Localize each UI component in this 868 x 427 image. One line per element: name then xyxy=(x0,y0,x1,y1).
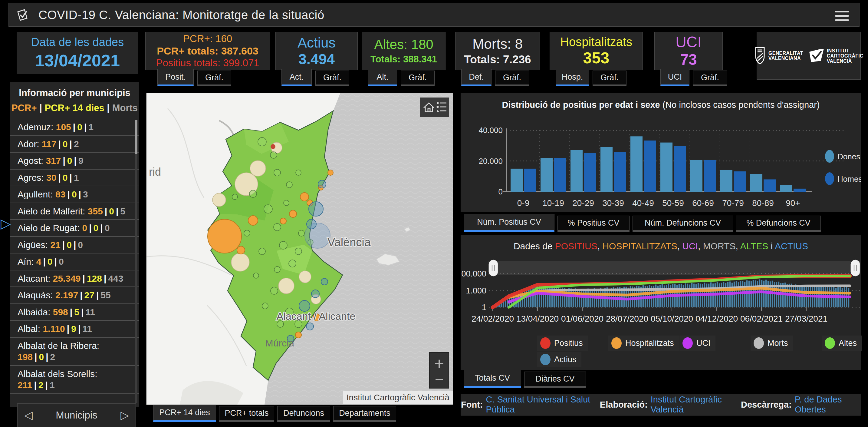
sidebar-title: Informació per municipis xyxy=(10,87,139,98)
scrollbar-thumb[interactable] xyxy=(135,120,137,154)
list-item[interactable]: Ador: 117|0|2 xyxy=(10,136,139,153)
list-item[interactable]: Aielo de Rugat: 0|0|0 xyxy=(10,220,139,237)
tab-morts-graf[interactable]: Gràf. xyxy=(495,70,529,86)
map-tab-pcr14[interactable]: PCR+ 14 dies xyxy=(153,405,216,422)
tab-alt[interactable]: Alt. xyxy=(368,69,397,86)
elaboracio-link[interactable]: Institut Cartogràfic Valencià xyxy=(651,395,738,415)
zoom-out-button[interactable]: − xyxy=(435,371,443,388)
svg-text:30-39: 30-39 xyxy=(602,198,624,208)
dashboard-root: COVID-19 C. Valenciana: Monitoratge de l… xyxy=(0,0,868,427)
svg-text:1.000.000: 1.000.000 xyxy=(461,269,486,278)
morts-total: Totals: 7.236 xyxy=(456,53,539,66)
svg-text:90+: 90+ xyxy=(786,198,800,208)
svg-text:50-59: 50-59 xyxy=(662,198,684,208)
time-slider-handle-right[interactable] xyxy=(851,260,860,276)
list-item[interactable]: Alacant: 25.349|128|443 xyxy=(10,271,139,287)
zoom-in-button[interactable]: + xyxy=(434,354,444,373)
map-home-control[interactable] xyxy=(420,97,449,117)
tab-pct-positius-cv[interactable]: % Positius CV xyxy=(557,216,629,232)
uci-value: 73 xyxy=(655,51,722,68)
legend-uci: UCI xyxy=(679,336,715,351)
tab-act[interactable]: Act. xyxy=(281,69,312,86)
list-item[interactable]: Agres: 30|0|1 xyxy=(10,170,139,187)
list-item[interactable]: Aigües: 21|0|0 xyxy=(10,237,139,254)
map-tab-departaments[interactable]: Departaments xyxy=(333,406,396,422)
map-patch-red xyxy=(271,144,275,149)
sidebar-scrollbar[interactable] xyxy=(135,120,137,403)
actius-dot-icon xyxy=(540,354,551,365)
map-zoom-controls[interactable]: + − xyxy=(430,352,449,388)
tab-hosp-graf[interactable]: Gràf. xyxy=(593,70,626,86)
tab-uci[interactable]: UCI xyxy=(660,69,689,86)
list-item[interactable]: Albalat dels Sorells: 211|2|1 xyxy=(10,366,139,394)
list-item[interactable]: Agullent: 83|0|3 xyxy=(10,186,139,203)
tab-def[interactable]: Def. xyxy=(461,69,492,86)
card-altes: Altes: 180 Totals: 388.341 xyxy=(362,32,445,70)
map-label-murcia: Múrcia xyxy=(265,338,294,348)
panel-expand-icon[interactable]: ▷ xyxy=(1,216,11,231)
card-pcr: PCR+: 160 PCR+ totals: 387.603 Positius … xyxy=(145,32,270,70)
tab-num-defuncions-cv[interactable]: Núm. Defuncions CV xyxy=(632,216,733,232)
map-panel[interactable]: rid València Alacant / Alicante Múrcia +… xyxy=(146,93,453,405)
age-sex-bar-chart: 40.00020.00000-910-1920-2930-3940-4950-5… xyxy=(461,108,861,211)
list-item[interactable]: Aín: 4|0|0 xyxy=(10,254,139,271)
date-value: 13/04/2021 xyxy=(17,51,138,70)
municipality-list: Ademuz: 105|0|1Ador: 117|0|2Agost: 317|0… xyxy=(10,119,139,406)
legend-altes: Altes xyxy=(822,336,862,351)
morts-dot-icon xyxy=(753,337,764,349)
tab-pcr-graf[interactable]: Gràf. xyxy=(197,70,231,86)
map-svg[interactable]: rid València Alacant / Alicante Múrcia +… xyxy=(147,93,453,405)
list-item[interactable]: Aielo de Malferit: 355|0|5 xyxy=(10,203,139,220)
svg-text:20.000: 20.000 xyxy=(478,156,503,166)
svg-text:20-29: 20-29 xyxy=(572,198,594,208)
elaboracio-label: Elaboració: xyxy=(600,400,648,410)
pcr-total: PCR+ totals: 387.603 xyxy=(146,45,270,57)
pager-prev-icon[interactable]: ◁ xyxy=(24,409,33,422)
map-tab-defuncions[interactable]: Defuncions xyxy=(277,406,330,422)
svg-text:1.000: 1.000 xyxy=(466,286,486,295)
actius-label: Actius xyxy=(276,34,358,51)
actius-value: 3.494 xyxy=(276,51,358,67)
list-item[interactable]: Alaquàs: 2.197|27|55 xyxy=(10,287,139,304)
svg-text:40.000: 40.000 xyxy=(478,126,503,135)
icv-logo: INSTITUTCARTOGRÀFICVALENCIÀ xyxy=(809,48,864,64)
tab-actius-graf[interactable]: Gràf. xyxy=(315,70,349,86)
tab-posit[interactable]: Posit. xyxy=(157,69,194,86)
source-footer: Font: C. Sanitat Universal i Salut Públi… xyxy=(461,394,861,416)
tab-diaries-cv[interactable]: Diàries CV xyxy=(524,372,586,388)
uci-dot-icon xyxy=(682,337,693,349)
font-link[interactable]: C. Sanitat Universal i Salut Pública xyxy=(486,395,596,415)
svg-text:60-69: 60-69 xyxy=(692,198,714,208)
descarrega-label: Descàrrega: xyxy=(741,400,792,410)
pager-next-icon[interactable]: ▷ xyxy=(120,409,129,422)
svg-text:Institut Cartogràfic Valencià: Institut Cartogràfic Valencià xyxy=(346,393,450,402)
municipality-sidebar: Informació per municipis PCR+ | PCR+ 14 … xyxy=(10,82,139,407)
list-item[interactable]: Albal: 1.110|9|11 xyxy=(10,321,139,338)
list-item[interactable]: Ademuz: 105|0|1 xyxy=(10,119,139,136)
legend-hospitalitzats: Hospitalitzats xyxy=(608,336,679,351)
tab-uci-graf[interactable]: Gràf. xyxy=(693,70,727,86)
descarrega-link[interactable]: P. de Dades Obertes xyxy=(795,395,861,415)
list-item[interactable]: Albaida: 598|5|11 xyxy=(10,304,139,321)
card-morts: Morts: 8 Totals: 7.236 xyxy=(455,32,540,70)
map-tab-pcrtotals[interactable]: PCR+ totals xyxy=(219,406,274,422)
svg-text:0: 0 xyxy=(498,187,503,196)
pager-label: Municipis xyxy=(56,409,97,421)
page-title: COVID-19 C. Valenciana: Monitoratge de l… xyxy=(38,8,324,22)
svg-text:80-89: 80-89 xyxy=(752,198,774,208)
card-hospitalitzats: Hospitalitzats 353 xyxy=(550,32,643,70)
card-actius: Actius 3.494 xyxy=(275,32,358,70)
tab-totals-cv[interactable]: Totals CV xyxy=(464,370,521,388)
tab-hosp[interactable]: Hosp. xyxy=(556,69,589,86)
time-slider-handle-left[interactable] xyxy=(489,260,498,276)
tab-altes-graf[interactable]: Gràf. xyxy=(401,70,435,86)
altes-dot-icon xyxy=(825,337,835,349)
menu-icon[interactable] xyxy=(835,8,849,22)
positius-total: Positius totals: 399.071 xyxy=(146,57,270,69)
list-item[interactable]: Albalat de la Ribera: 198|0|2 xyxy=(10,338,139,366)
tab-pct-defuncions-cv[interactable]: % Defuncions CV xyxy=(736,216,821,232)
tab-num-positius-cv[interactable]: Núm. Positius CV xyxy=(464,214,554,232)
list-item[interactable]: Agost: 317|0|9 xyxy=(10,153,139,170)
svg-text:1: 1 xyxy=(482,303,486,312)
timeline-chart[interactable]: 1.000.0001.000124/02/202013/04/202001/06… xyxy=(461,254,861,345)
